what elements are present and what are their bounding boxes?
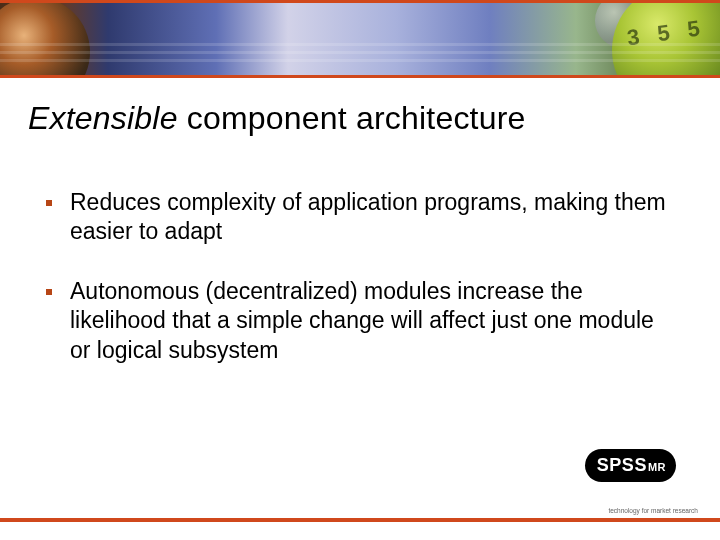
brand-logo: SPSSMR technology for market research (578, 464, 698, 510)
banner-stripe (0, 51, 720, 54)
header-banner (0, 0, 720, 78)
logo-pill: SPSSMR (585, 449, 676, 482)
logo-main-text: SPSS (597, 455, 647, 476)
bullet-text: Autonomous (decentralized) modules incre… (70, 277, 666, 365)
title-emphasis: Extensible (28, 100, 178, 136)
banner-stripe (0, 59, 720, 62)
footer-divider (0, 518, 720, 522)
banner-stripe (0, 43, 720, 46)
bullet-text: Reduces complexity of application progra… (70, 188, 666, 247)
bullet-icon (46, 289, 52, 295)
slide-title: Extensible component architecture (28, 100, 526, 137)
bullet-item: Reduces complexity of application progra… (46, 188, 666, 247)
globe-graphic (0, 0, 90, 78)
green-sphere-graphic (612, 0, 720, 78)
logo-tagline: technology for market research (608, 507, 698, 514)
bullet-icon (46, 200, 52, 206)
bullet-item: Autonomous (decentralized) modules incre… (46, 277, 666, 365)
title-rest: component architecture (178, 100, 526, 136)
logo-sub-text: MR (648, 461, 666, 473)
bullet-list: Reduces complexity of application progra… (46, 188, 666, 395)
